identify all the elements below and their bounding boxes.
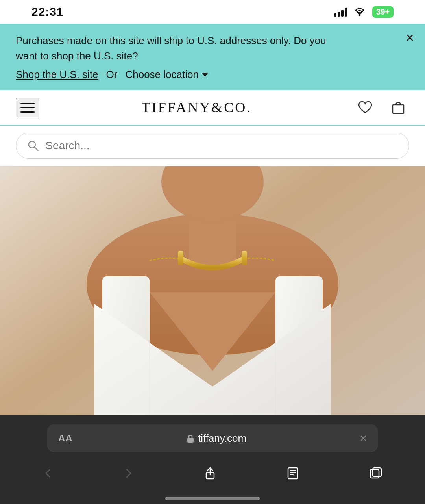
url-display: tiffany.com (79, 432, 354, 445)
cart-button[interactable] (387, 96, 409, 119)
browser-url-bar[interactable]: AA tiffany.com × (47, 424, 378, 452)
choose-location-button[interactable]: Choose location (125, 69, 208, 81)
browser-aa-button[interactable]: AA (58, 433, 73, 444)
banner: Purchases made on this site will ship to… (0, 24, 425, 90)
battery-indicator: 39+ (372, 6, 394, 18)
signal-icon (334, 7, 347, 17)
browser-share-button[interactable] (195, 462, 225, 484)
navbar: TIFFANY&CO. (0, 90, 425, 126)
tabs-icon (369, 466, 383, 480)
chevron-down-icon (202, 73, 208, 77)
svg-rect-15 (187, 438, 194, 443)
svg-rect-1 (393, 105, 404, 113)
search-input-wrapper[interactable] (16, 133, 409, 159)
svg-rect-11 (242, 251, 247, 265)
lock-icon (186, 433, 195, 443)
browser-url-text: tiffany.com (198, 432, 246, 445)
browser-back-button[interactable] (34, 463, 62, 483)
hamburger-line (20, 111, 35, 113)
home-indicator (165, 497, 260, 500)
banner-message: Purchases made on this site will ship to… (16, 33, 338, 64)
nav-icon-group (354, 96, 409, 119)
hamburger-menu-button[interactable] (16, 98, 39, 117)
hamburger-line (20, 103, 35, 104)
status-time: 22:31 (31, 5, 64, 19)
search-bar (0, 126, 425, 166)
browser-forward-button[interactable] (115, 463, 142, 483)
browser-toolbar (8, 458, 417, 494)
browser-bookmarks-button[interactable] (278, 462, 308, 484)
share-icon (203, 466, 217, 480)
svg-rect-17 (288, 468, 298, 479)
hamburger-line (20, 107, 35, 108)
heart-icon (357, 100, 373, 114)
svg-point-0 (359, 14, 361, 16)
shop-us-site-link[interactable]: Shop the U.S. site (16, 69, 98, 81)
wishlist-button[interactable] (354, 97, 376, 119)
brand-logo[interactable]: TIFFANY&CO. (142, 99, 252, 116)
search-input[interactable] (45, 139, 398, 152)
banner-actions: Shop the U.S. site Or Choose location (16, 69, 412, 81)
bookmarks-icon (286, 466, 300, 480)
browser-chrome: AA tiffany.com × (0, 415, 425, 504)
browser-tabs-button[interactable] (361, 462, 391, 484)
shopping-bag-icon (390, 99, 406, 115)
status-bar: 22:31 39+ (0, 0, 425, 24)
back-icon (42, 467, 54, 479)
status-icons: 39+ (334, 6, 394, 18)
browser-tab-close-button[interactable]: × (360, 432, 367, 445)
banner-close-button[interactable]: × (406, 31, 414, 45)
svg-rect-10 (178, 251, 183, 265)
search-icon (27, 139, 39, 152)
forward-icon (123, 467, 135, 479)
svg-line-3 (35, 147, 38, 151)
banner-or-text: Or (106, 69, 118, 81)
wifi-icon (353, 7, 366, 17)
